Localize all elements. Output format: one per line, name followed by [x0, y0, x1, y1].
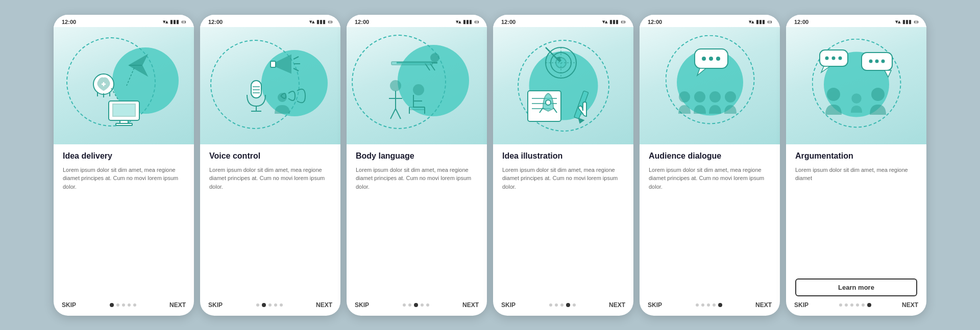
svg-point-72 — [881, 59, 885, 63]
svg-point-51 — [546, 100, 551, 105]
dot-2-2 — [268, 303, 272, 307]
svg-point-74 — [872, 88, 884, 100]
battery-icon-6: ▭ — [914, 19, 918, 24]
svg-point-57 — [709, 57, 713, 61]
time-5: 12:00 — [648, 19, 662, 25]
skip-button-2[interactable]: SKIP — [208, 301, 223, 309]
svg-rect-30 — [391, 62, 432, 65]
next-button-2[interactable]: NEXT — [316, 301, 332, 309]
time-3: 12:00 — [355, 19, 369, 25]
illustration-svg-5 — [669, 45, 751, 126]
svg-line-34 — [390, 109, 396, 119]
time-1: 12:00 — [62, 19, 76, 25]
dot-5-2 — [707, 303, 710, 307]
dot-4-3 — [566, 303, 570, 307]
signal-icon-6: ▮▮▮ — [902, 19, 912, 24]
wifi-icon-1: ▾▴ — [163, 19, 168, 24]
cards-container: 12:00 ▾▴ ▮▮▮ ▭ — [41, 6, 939, 325]
dot-1-4 — [133, 303, 136, 307]
svg-point-56 — [702, 57, 706, 61]
svg-rect-9 — [113, 104, 135, 116]
svg-line-35 — [396, 109, 401, 119]
next-button-3[interactable]: NEXT — [462, 301, 479, 309]
svg-line-18 — [293, 68, 299, 71]
illustration-svg-4 — [523, 45, 604, 126]
svg-point-73 — [827, 88, 840, 100]
wifi-icon-4: ▾▴ — [602, 19, 607, 24]
illustration-svg-3 — [376, 45, 458, 126]
dot-3-1 — [408, 303, 411, 307]
skip-button-5[interactable]: SKIP — [648, 301, 662, 309]
illustration-svg-6 — [816, 45, 897, 126]
dots-1 — [110, 303, 136, 307]
dot-6-1 — [845, 303, 848, 307]
dot-3-0 — [403, 303, 406, 307]
dots-4 — [549, 303, 576, 307]
bottom-nav-5: SKIP NEXT — [640, 296, 780, 316]
bottom-nav-2: SKIP NEXT — [200, 296, 340, 316]
svg-point-65 — [825, 56, 828, 60]
status-bar-2: 12:00 ▾▴ ▮▮▮ ▭ — [200, 15, 340, 27]
svg-rect-37 — [409, 107, 425, 110]
illustration-area-1 — [54, 27, 194, 144]
skip-button-4[interactable]: SKIP — [501, 301, 516, 309]
dot-5-3 — [713, 303, 716, 307]
dot-2-4 — [280, 303, 283, 307]
svg-line-13 — [127, 68, 134, 86]
card-audience-dialogue: 12:00 ▾▴ ▮▮▮ ▭ — [640, 15, 780, 316]
next-button-6[interactable]: NEXT — [902, 301, 918, 309]
dot-6-2 — [850, 303, 853, 307]
status-bar-4: 12:00 ▾▴ ▮▮▮ ▭ — [493, 15, 633, 27]
svg-point-58 — [716, 57, 720, 61]
svg-marker-14 — [276, 55, 291, 73]
svg-marker-64 — [821, 66, 830, 72]
skip-button-1[interactable]: SKIP — [62, 301, 76, 309]
card-voice-control: 12:00 ▾▴ ▮▮▮ ▭ — [200, 15, 340, 316]
dot-4-4 — [573, 303, 576, 307]
skip-button-3[interactable]: SKIP — [355, 301, 369, 309]
battery-icon-5: ▭ — [767, 19, 772, 24]
status-icons-3: ▾▴ ▮▮▮ ▭ — [456, 19, 479, 24]
illustration-area-5 — [640, 27, 780, 144]
status-icons-4: ▾▴ ▮▮▮ ▭ — [602, 19, 625, 24]
dot-6-0 — [839, 303, 842, 307]
next-button-1[interactable]: NEXT — [169, 301, 186, 309]
content-area-3: Body language Lorem ipsum dolor sit dim … — [347, 144, 487, 296]
illustration-area-4 — [493, 27, 633, 144]
skip-button-6[interactable]: SKIP — [794, 301, 808, 309]
signal-icon-1: ▮▮▮ — [170, 19, 179, 24]
card-argumentation: 12:00 ▾▴ ▮▮▮ ▭ — [786, 15, 926, 316]
dot-1-3 — [128, 303, 131, 307]
content-area-1: Idea delivery Lorem ipsum dolor sit dim … — [54, 144, 194, 296]
card-title-3: Body language — [356, 151, 478, 161]
card-body-2: Lorem ipsum dolor sit dim amet, mea regi… — [209, 166, 331, 296]
next-button-4[interactable]: NEXT — [609, 301, 625, 309]
svg-point-25 — [278, 93, 286, 101]
card-body-4: Lorem ipsum dolor sit dim amet, mea regi… — [502, 166, 624, 296]
next-button-5[interactable]: NEXT — [755, 301, 772, 309]
dot-6-4 — [862, 303, 865, 307]
svg-marker-55 — [697, 68, 706, 75]
dot-6-5 — [867, 303, 871, 307]
bottom-nav-1: SKIP NEXT — [54, 296, 194, 316]
svg-point-67 — [838, 56, 842, 60]
svg-point-60 — [695, 92, 705, 102]
svg-line-16 — [293, 57, 299, 59]
learn-more-button[interactable]: Learn more — [795, 278, 917, 296]
dot-1-1 — [116, 303, 119, 307]
dot-5-1 — [701, 303, 704, 307]
signal-icon-4: ▮▮▮ — [609, 19, 619, 24]
illustration-svg-1 — [83, 45, 165, 126]
dot-5-4 — [718, 303, 722, 307]
svg-rect-19 — [251, 81, 261, 98]
battery-icon-2: ▭ — [328, 19, 332, 24]
card-idea-delivery: 12:00 ▾▴ ▮▮▮ ▭ — [54, 15, 194, 316]
signal-icon-2: ▮▮▮ — [316, 19, 326, 24]
dot-2-3 — [274, 303, 277, 307]
status-icons-1: ▾▴ ▮▮▮ ▭ — [163, 19, 186, 24]
card-title-4: Idea illustration — [502, 151, 624, 161]
signal-icon-3: ▮▮▮ — [463, 19, 472, 24]
dot-1-2 — [122, 303, 125, 307]
card-title-5: Audience dialogue — [649, 151, 771, 161]
svg-rect-15 — [271, 61, 276, 67]
